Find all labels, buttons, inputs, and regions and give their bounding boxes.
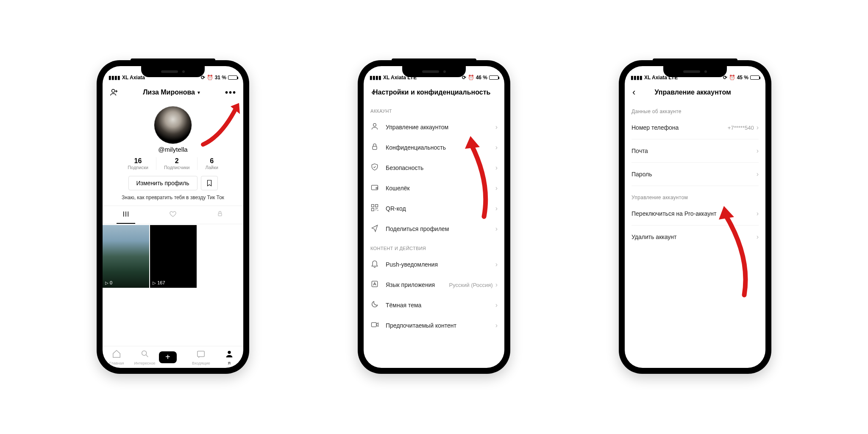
edit-profile-button[interactable]: Изменить профиль	[128, 176, 198, 190]
chevron-right-icon: ›	[495, 123, 498, 131]
battery-icon	[228, 75, 237, 80]
divider	[632, 162, 759, 163]
chevron-right-icon: ›	[495, 205, 498, 212]
svg-rect-15	[372, 323, 377, 327]
battery-icon	[750, 75, 760, 80]
row-privacy[interactable]: Конфиденциальность ›	[364, 137, 504, 158]
tab-private[interactable]	[196, 206, 243, 224]
svg-rect-3	[128, 211, 129, 217]
section-header-manage: Управление аккаунтом	[625, 188, 765, 204]
row-qr[interactable]: QR-код ›	[364, 198, 504, 219]
row-email[interactable]: Почта ›	[625, 141, 765, 161]
video-thumbnail[interactable]: 0	[103, 225, 149, 288]
row-content-pref[interactable]: Предпочитаемый контент ›	[364, 315, 504, 336]
svg-point-7	[228, 351, 231, 353]
svg-rect-2	[126, 211, 127, 217]
video-thumbnail[interactable]: 167	[150, 225, 197, 288]
chevron-right-icon: ›	[757, 170, 759, 178]
stat-following[interactable]: 16 Подписки	[120, 157, 156, 170]
svg-point-5	[142, 351, 146, 355]
svg-rect-13	[372, 209, 374, 211]
profile-tabs	[103, 206, 243, 224]
row-delete-account[interactable]: Удалить аккаунт ›	[625, 227, 765, 247]
bottom-nav: Главная Интересное + Входящие Я	[103, 346, 243, 368]
video-grid: 0 167	[103, 224, 243, 289]
more-menu-icon[interactable]: •••	[225, 88, 236, 97]
play-count: 0	[105, 280, 112, 285]
row-value: Русский (Россия)	[449, 282, 493, 288]
chevron-right-icon: ›	[757, 233, 759, 241]
row-language[interactable]: Язык приложения Русский (Россия) ›	[364, 275, 504, 295]
row-share-profile[interactable]: Поделиться профилем ›	[364, 219, 504, 239]
chevron-right-icon: ›	[495, 301, 498, 309]
row-wallet[interactable]: Кошелёк ›	[364, 178, 504, 198]
phone-manage-account: ▮▮▮▮ XL Axiata LTE 22:59 ⟳ ⏰ 45 % ‹ Упра…	[619, 60, 771, 374]
phone-notch	[402, 66, 466, 77]
row-dark-theme[interactable]: Тёмная тема ›	[364, 295, 504, 315]
chevron-right-icon: ›	[495, 144, 498, 151]
battery-icon	[489, 75, 498, 80]
divider	[632, 139, 759, 139]
avatar[interactable]	[154, 106, 192, 144]
row-value: +7*****540	[728, 125, 754, 131]
language-icon	[370, 280, 380, 290]
phone-settings: ▮▮▮▮ XL Axiata LTE 22:59 ⟳ ⏰ 46 % ‹ Наст…	[358, 60, 510, 374]
lock-icon	[370, 142, 380, 153]
section-header-content: КОНТЕНТ И ДЕЙСТВИЯ	[364, 239, 504, 254]
chevron-right-icon: ›	[757, 124, 759, 131]
add-friend-icon[interactable]	[109, 88, 119, 97]
shield-icon	[370, 163, 380, 173]
row-push[interactable]: Push-уведомления ›	[364, 254, 504, 275]
divider	[632, 186, 759, 186]
nav-create[interactable]: +	[159, 351, 187, 363]
qr-icon	[370, 203, 380, 214]
stat-likes[interactable]: 6 Лайки	[198, 157, 225, 170]
divider	[632, 225, 759, 225]
chevron-right-icon: ›	[495, 184, 498, 192]
svg-point-8	[373, 123, 376, 126]
row-manage-account[interactable]: Управление аккаунтом ›	[364, 117, 504, 137]
share-icon	[370, 224, 380, 234]
chevron-right-icon: ›	[495, 164, 498, 172]
nav-inbox[interactable]: Входящие	[187, 349, 215, 365]
section-header-account-data: Данные об аккаунте	[625, 102, 765, 118]
profile-name: Лиза Миронова	[143, 89, 195, 96]
profile-name-dropdown[interactable]: Лиза Миронова ▼	[143, 89, 201, 96]
username-handle: @milytella	[103, 146, 243, 153]
phone-notch	[141, 66, 205, 77]
tab-grid[interactable]	[103, 206, 150, 224]
chevron-right-icon: ›	[495, 322, 498, 329]
svg-rect-12	[376, 205, 378, 207]
bell-icon	[370, 259, 380, 270]
phone-notch	[663, 66, 727, 77]
video-icon	[370, 320, 380, 331]
nav-discover[interactable]: Интересное	[131, 349, 159, 365]
chevron-right-icon: ›	[495, 225, 498, 233]
caret-down-icon: ▼	[197, 90, 201, 95]
chevron-right-icon: ›	[757, 210, 759, 217]
svg-rect-6	[198, 351, 205, 356]
bookmark-button[interactable]	[201, 176, 218, 190]
stats-row: 16 Подписки 2 Подписчики 6 Лайки	[103, 157, 243, 170]
page-title: Управление аккаунтом	[625, 89, 760, 96]
bio-text: Знаю, как превратить тебя в звезду Тик Т…	[103, 195, 243, 200]
row-switch-pro[interactable]: Переключиться на Pro-аккаунт ›	[625, 204, 765, 223]
wallet-icon	[370, 183, 380, 193]
nav-me[interactable]: Я	[215, 349, 243, 365]
phone-profile: ▮▮▮▮ XL Axiata 19:35 ⟳ ⏰ 31 % Лиза Мирон…	[97, 60, 249, 374]
row-phone-number[interactable]: Номер телефона +7*****540 ›	[625, 118, 765, 137]
stat-followers[interactable]: 2 Подписчики	[156, 157, 198, 170]
row-security[interactable]: Безопасность ›	[364, 158, 504, 178]
row-password[interactable]: Пароль ›	[625, 164, 765, 184]
plus-icon: +	[159, 351, 177, 363]
chevron-right-icon: ›	[495, 261, 498, 268]
annotation-arrow	[197, 98, 243, 149]
chevron-right-icon: ›	[495, 281, 498, 289]
section-header-account: АККАУНТ	[364, 102, 504, 117]
page-title: Настройки и конфиденциальность	[364, 89, 499, 96]
svg-rect-4	[218, 213, 222, 216]
play-count: 167	[153, 280, 165, 285]
user-icon	[370, 122, 380, 132]
nav-home[interactable]: Главная	[103, 349, 131, 365]
tab-liked[interactable]	[150, 206, 197, 224]
